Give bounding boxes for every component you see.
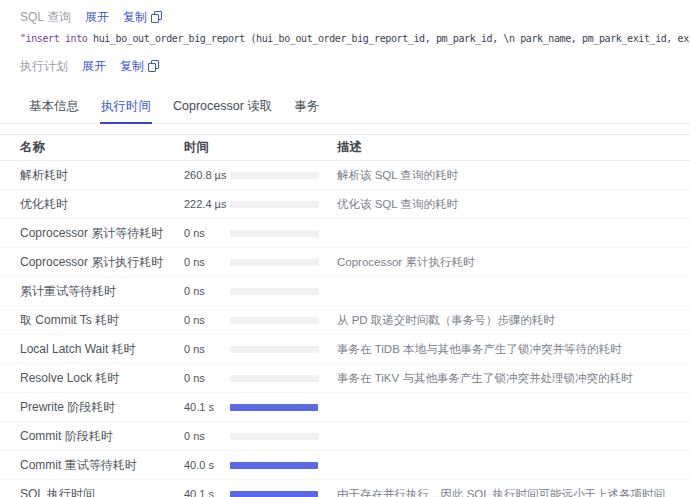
table-row: Local Latch Wait 耗时0 ns事务在 TiDB 本地与其他事务产…: [0, 335, 690, 364]
metric-name: Prewrite 阶段耗时: [0, 399, 184, 416]
header-name: 名称: [0, 139, 184, 156]
duration-bar-cell: [230, 230, 337, 237]
copy-icon: [148, 60, 159, 72]
statement-detail-panel: SQL 查询 展开 复制 "insert into hui_bo_out_ord…: [0, 0, 690, 76]
table-row: Commit 阶段耗时0 ns: [0, 422, 690, 451]
metric-time: 0 ns: [184, 343, 230, 355]
sql-copy-link[interactable]: 复制: [123, 9, 162, 26]
duration-bar: [230, 259, 319, 266]
metric-desc: Coprocessor 累计执行耗时: [337, 255, 690, 270]
metric-time: 0 ns: [184, 314, 230, 326]
duration-bar-cell: [230, 259, 337, 266]
table-row: 解析耗时260.8 µs解析该 SQL 查询的耗时: [0, 161, 690, 190]
metric-name: 取 Commit Ts 耗时: [0, 312, 184, 329]
table-row: 取 Commit Ts 耗时0 ns从 PD 取递交时间戳（事务号）步骤的耗时: [0, 306, 690, 335]
sql-body: hui_bo_out_order_big_report (hui_bo_out_…: [87, 33, 688, 44]
duration-bar-cell: [230, 404, 337, 411]
metric-name: Commit 阶段耗时: [0, 428, 184, 445]
plan-expand-link[interactable]: 展开: [82, 58, 106, 75]
duration-bar: [230, 375, 319, 382]
table-row: Commit 重试等待耗时40.0 s: [0, 451, 690, 480]
metric-time: 0 ns: [184, 372, 230, 384]
tab-transaction[interactable]: 事务: [293, 91, 320, 123]
duration-bar-cell: [230, 172, 337, 179]
duration-bar: [230, 317, 319, 324]
metric-name: SQL 执行时间: [0, 486, 184, 497]
metric-name: 优化耗时: [0, 196, 184, 213]
metric-time: 0 ns: [184, 227, 230, 239]
tab-execution-time[interactable]: 执行时间: [100, 91, 152, 124]
detail-tabs: 基本信息 执行时间 Coprocessor 读取 事务: [0, 91, 690, 124]
duration-bar: [230, 346, 319, 353]
header-desc: 描述: [337, 139, 690, 156]
duration-bar-cell: [230, 433, 337, 440]
copy-icon: [151, 11, 162, 23]
metric-time: 0 ns: [184, 285, 230, 297]
metric-time: 0 ns: [184, 430, 230, 442]
table-body: 解析耗时260.8 µs解析该 SQL 查询的耗时优化耗时222.4 µs优化该…: [0, 161, 690, 497]
sql-keyword: "insert into: [20, 33, 87, 44]
sql-query-label: SQL 查询: [20, 9, 71, 26]
metric-desc: 事务在 TiDB 本地与其他事务产生了锁冲突并等待的耗时: [337, 342, 690, 357]
duration-bar: [230, 433, 319, 440]
table-row: SQL 执行时间40.1 s由于存在并行执行，因此 SQL 执行时间可能远小于上…: [0, 480, 690, 497]
metric-name: 解析耗时: [0, 167, 184, 184]
duration-bar-cell: [230, 288, 337, 295]
duration-bar: [230, 491, 318, 497]
table-row: Resolve Lock 耗时0 ns事务在 TiKV 与其他事务产生了锁冲突并…: [0, 364, 690, 393]
table-header-row: 名称 时间 描述: [0, 134, 690, 161]
metric-time: 40.1 s: [184, 401, 230, 413]
table-row: 优化耗时222.4 µs优化该 SQL 查询的耗时: [0, 190, 690, 219]
sql-text: "insert into hui_bo_out_order_big_report…: [20, 29, 690, 49]
duration-bar: [230, 288, 319, 295]
sql-query-header: SQL 查询 展开 复制: [20, 7, 690, 27]
metric-desc: 解析该 SQL 查询的耗时: [337, 168, 690, 183]
duration-bar-cell: [230, 201, 337, 208]
metric-time: 0 ns: [184, 256, 230, 268]
metric-desc: 从 PD 取递交时间戳（事务号）步骤的耗时: [337, 313, 690, 328]
metric-desc: 优化该 SQL 查询的耗时: [337, 197, 690, 212]
metric-name: Commit 重试等待耗时: [0, 457, 184, 474]
metric-time: 260.8 µs: [184, 169, 230, 181]
metric-desc: 由于存在并行执行，因此 SQL 执行时间可能远小于上述各项时间: [337, 487, 690, 497]
plan-header: 执行计划 展开 复制: [20, 56, 690, 76]
duration-bar: [230, 404, 318, 411]
metric-desc: 事务在 TiKV 与其他事务产生了锁冲突并处理锁冲突的耗时: [337, 371, 690, 386]
duration-bar-cell: [230, 491, 337, 497]
plan-label: 执行计划: [20, 58, 68, 75]
duration-bar: [230, 172, 319, 179]
sql-expand-link[interactable]: 展开: [85, 9, 109, 26]
metric-time: 222.4 µs: [184, 198, 230, 210]
metric-name: Resolve Lock 耗时: [0, 370, 184, 387]
duration-bar: [230, 462, 318, 469]
duration-bar: [230, 201, 319, 208]
metric-name: Coprocessor 累计等待耗时: [0, 225, 184, 242]
execution-time-table: 名称 时间 描述 解析耗时260.8 µs解析该 SQL 查询的耗时优化耗时22…: [0, 134, 690, 497]
tab-coprocessor-read[interactable]: Coprocessor 读取: [172, 91, 273, 123]
duration-bar-cell: [230, 346, 337, 353]
header-time: 时间: [184, 139, 230, 156]
tab-basic-info[interactable]: 基本信息: [28, 91, 80, 123]
metric-name: 累计重试等待耗时: [0, 283, 184, 300]
table-row: Coprocessor 累计等待耗时0 ns: [0, 219, 690, 248]
metric-time: 40.1 s: [184, 488, 230, 497]
metric-name: Local Latch Wait 耗时: [0, 341, 184, 358]
table-row: 累计重试等待耗时0 ns: [0, 277, 690, 306]
metric-name: Coprocessor 累计执行耗时: [0, 254, 184, 271]
metric-time: 40.0 s: [184, 459, 230, 471]
duration-bar-cell: [230, 317, 337, 324]
table-row: Prewrite 阶段耗时40.1 s: [0, 393, 690, 422]
plan-copy-link[interactable]: 复制: [120, 58, 159, 75]
duration-bar: [230, 230, 319, 237]
duration-bar-cell: [230, 375, 337, 382]
table-row: Coprocessor 累计执行耗时0 nsCoprocessor 累计执行耗时: [0, 248, 690, 277]
duration-bar-cell: [230, 462, 337, 469]
